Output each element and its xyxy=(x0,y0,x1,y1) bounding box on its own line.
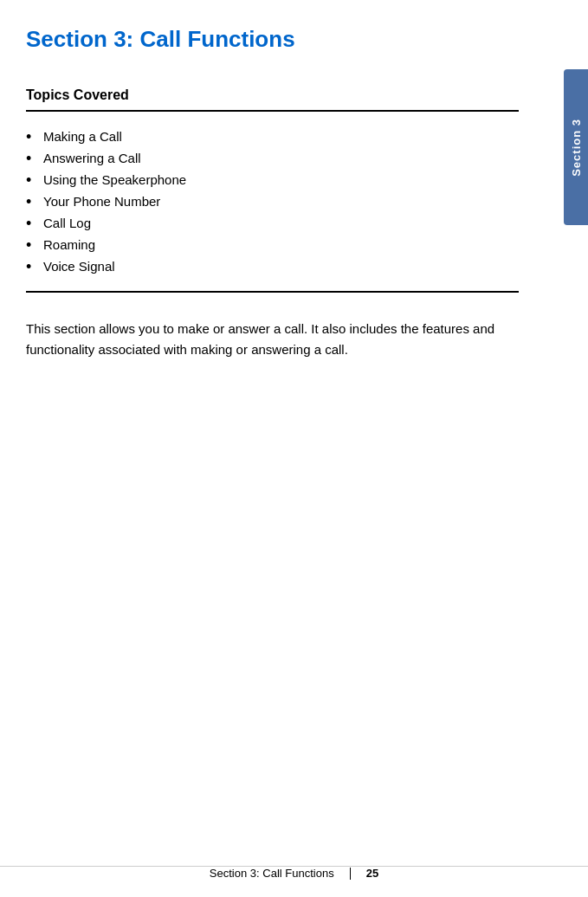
footer-page-number: 25 xyxy=(366,867,378,880)
page-title: Section 3: Call Functions xyxy=(26,26,519,53)
list-item: Making a Call xyxy=(26,129,519,144)
topics-list: Making a Call Answering a Call Using the… xyxy=(26,129,519,274)
topics-divider-top xyxy=(26,110,519,112)
footer-divider xyxy=(350,868,351,880)
footer-section-label: Section 3: Call Functions xyxy=(210,867,334,880)
list-item: Call Log xyxy=(26,216,519,230)
page-container: Section 3 Section 3: Call Functions Topi… xyxy=(0,0,588,897)
list-item: Answering a Call xyxy=(26,151,519,165)
list-item: Voice Signal xyxy=(26,259,519,274)
page-footer: Section 3: Call Functions 25 xyxy=(0,866,588,880)
list-item: Roaming xyxy=(26,237,519,252)
footer-text: Section 3: Call Functions 25 xyxy=(210,867,378,880)
topics-divider-bottom xyxy=(26,291,519,293)
list-item: Using the Speakerphone xyxy=(26,172,519,187)
topics-section: Topics Covered Making a Call Answering a… xyxy=(26,87,519,293)
list-item: Your Phone Number xyxy=(26,194,519,209)
section-tab: Section 3 xyxy=(564,69,588,225)
topics-heading: Topics Covered xyxy=(26,87,519,103)
description-text: This section allows you to make or answe… xyxy=(26,319,519,360)
main-content: Section 3: Call Functions Topics Covered… xyxy=(0,0,562,386)
section-tab-label: Section 3 xyxy=(570,119,583,177)
